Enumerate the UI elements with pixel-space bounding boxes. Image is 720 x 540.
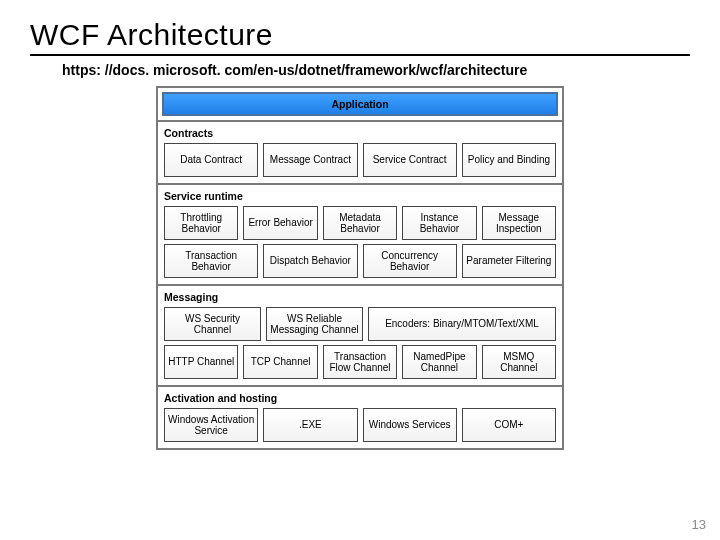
box-transaction-behavior: Transaction Behavior <box>164 244 258 278</box>
box-metadata-behavior: Metadata Behavior <box>323 206 397 240</box>
box-exe: .EXE <box>263 408 357 442</box>
layer-messaging: Messaging WS Security Channel WS Reliabl… <box>158 284 562 385</box>
layer-service-runtime: Service runtime Throttling Behavior Erro… <box>158 183 562 284</box>
box-concurrency-behavior: Concurrency Behavior <box>363 244 457 278</box>
box-error-behavior: Error Behavior <box>243 206 317 240</box>
box-com-plus: COM+ <box>462 408 556 442</box>
layer-title: Contracts <box>164 127 556 139</box>
layer-title: Service runtime <box>164 190 556 202</box>
box-policy-binding: Policy and Binding <box>462 143 556 177</box>
reference-link: https: //docs. microsoft. com/en-us/dotn… <box>62 62 690 78</box>
box-transaction-flow-channel: Transaction Flow Channel <box>323 345 397 379</box>
box-msmq-channel: MSMQ Channel <box>482 345 556 379</box>
slide: WCF Architecture https: //docs. microsof… <box>0 0 720 540</box>
box-throttling-behavior: Throttling Behavior <box>164 206 238 240</box>
layer-contracts: Contracts Data Contract Message Contract… <box>158 120 562 183</box>
box-message-inspection: Message Inspection <box>482 206 556 240</box>
box-windows-activation-service: Windows Activation Service <box>164 408 258 442</box>
box-instance-behavior: Instance Behavior <box>402 206 476 240</box>
box-parameter-filtering: Parameter Filtering <box>462 244 556 278</box>
page-number: 13 <box>692 517 706 532</box>
box-ws-security-channel: WS Security Channel <box>164 307 261 341</box>
application-header: Application <box>162 92 558 116</box>
box-data-contract: Data Contract <box>164 143 258 177</box>
box-tcp-channel: TCP Channel <box>243 345 317 379</box>
layer-activation-hosting: Activation and hosting Windows Activatio… <box>158 385 562 448</box>
box-http-channel: HTTP Channel <box>164 345 238 379</box>
architecture-diagram: Application Contracts Data Contract Mess… <box>156 86 564 450</box>
box-windows-services: Windows Services <box>363 408 457 442</box>
layer-title: Activation and hosting <box>164 392 556 404</box>
box-message-contract: Message Contract <box>263 143 357 177</box>
layer-row: Data Contract Message Contract Service C… <box>164 143 556 177</box>
layer-row: Transaction Behavior Dispatch Behavior C… <box>164 244 556 278</box>
layer-row: Windows Activation Service .EXE Windows … <box>164 408 556 442</box>
box-service-contract: Service Contract <box>363 143 457 177</box>
layer-row: Throttling Behavior Error Behavior Metad… <box>164 206 556 240</box>
page-title: WCF Architecture <box>30 18 690 56</box>
box-dispatch-behavior: Dispatch Behavior <box>263 244 357 278</box>
box-ws-reliable-messaging-channel: WS Reliable Messaging Channel <box>266 307 363 341</box>
layer-title: Messaging <box>164 291 556 303</box>
layer-row: HTTP Channel TCP Channel Transaction Flo… <box>164 345 556 379</box>
box-encoders: Encoders: Binary/MTOM/Text/XML <box>368 307 556 341</box>
box-namedpipe-channel: NamedPipe Channel <box>402 345 476 379</box>
layer-row: WS Security Channel WS Reliable Messagin… <box>164 307 556 341</box>
